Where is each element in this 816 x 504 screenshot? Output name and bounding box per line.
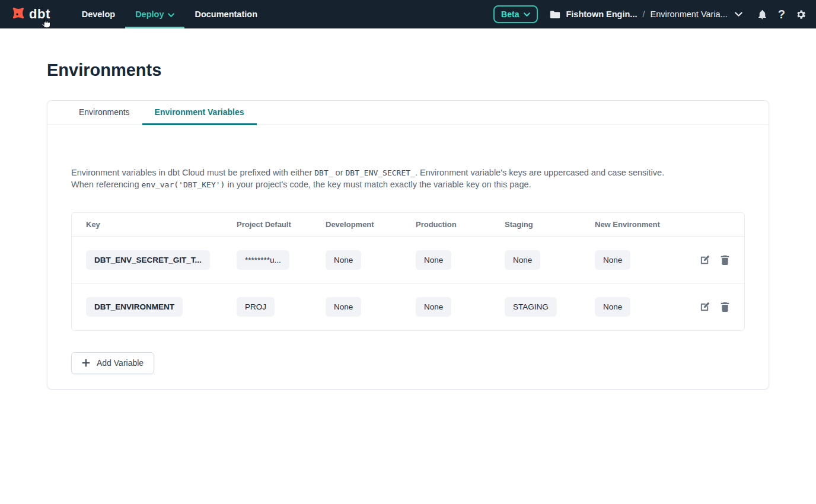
tab-environments[interactable]: Environments: [66, 101, 142, 125]
code-env-var-example: env_var('DBT_KEY'): [141, 180, 225, 189]
project-default-cell[interactable]: PROJ: [237, 297, 275, 317]
beta-selector[interactable]: Beta: [493, 5, 538, 23]
pencil-square-icon: [699, 254, 710, 266]
top-nav: dbt Develop Deploy Documentation Beta Fi…: [0, 0, 816, 28]
delete-variable-button[interactable]: [720, 254, 730, 266]
env-vars-table: Key Project Default Development Producti…: [71, 212, 745, 331]
col-header-development: Development: [326, 220, 416, 229]
chevron-down-icon[interactable]: [735, 12, 742, 17]
gear-icon[interactable]: [795, 9, 807, 20]
bell-icon[interactable]: [757, 9, 768, 20]
code-prefix-dbt: DBT_: [314, 168, 333, 177]
col-header-production: Production: [416, 220, 505, 229]
tab-environment-variables[interactable]: Environment Variables: [142, 101, 257, 125]
col-header-staging: Staging: [505, 220, 595, 229]
environments-card: Environments Environment Variables Envir…: [47, 100, 769, 390]
code-prefix-dbt-env-secret: DBT_ENV_SECRET_: [346, 168, 415, 177]
table-row: DBT_ENV_SECRET_GIT_T... ********u... Non…: [72, 237, 744, 283]
nav-item-develop[interactable]: Develop: [72, 0, 125, 28]
primary-nav: Develop Deploy Documentation: [72, 0, 267, 28]
table-header-row: Key Project Default Development Producti…: [72, 213, 744, 237]
page-title: Environments: [47, 60, 816, 80]
tab-panel-environment-variables: Environment variables in dbt Cloud must …: [47, 125, 769, 389]
edit-variable-button[interactable]: [699, 254, 710, 266]
chevron-down-icon: [524, 12, 530, 17]
env-var-key-cell[interactable]: DBT_ENV_SECRET_GIT_T...: [86, 250, 210, 270]
new-environment-cell[interactable]: None: [595, 297, 630, 317]
pencil-square-icon: [699, 301, 710, 312]
staging-cell[interactable]: STAGING: [505, 297, 557, 317]
env-var-key-cell[interactable]: DBT_ENVIRONMENT: [86, 297, 183, 317]
row-actions: [699, 301, 730, 312]
folder-icon: [550, 10, 560, 19]
help-icon[interactable]: ?: [778, 8, 785, 20]
nav-icon-group: ?: [757, 8, 807, 20]
nav-item-deploy[interactable]: Deploy: [125, 0, 184, 28]
add-variable-button[interactable]: Add Variable: [71, 352, 154, 374]
hand-pointer-cursor-icon: [39, 16, 51, 29]
project-default-cell[interactable]: ********u...: [237, 250, 289, 270]
trash-icon: [720, 254, 730, 266]
trash-icon: [720, 301, 730, 312]
col-header-project-default: Project Default: [237, 220, 326, 229]
col-header-key: Key: [86, 220, 237, 229]
breadcrumb-page[interactable]: Environment Varia...: [650, 9, 727, 19]
delete-variable-button[interactable]: [720, 301, 730, 312]
nav-item-documentation[interactable]: Documentation: [184, 0, 267, 28]
edit-variable-button[interactable]: [699, 301, 710, 312]
breadcrumb-project[interactable]: Fishtown Engin...: [566, 9, 637, 19]
production-cell[interactable]: None: [416, 297, 451, 317]
chevron-down-icon: [168, 13, 174, 17]
development-cell[interactable]: None: [326, 250, 361, 270]
col-header-new-environment: New Environment: [595, 220, 685, 229]
row-actions: [699, 254, 730, 266]
new-environment-cell[interactable]: None: [595, 250, 630, 270]
dbt-star-icon: [8, 5, 26, 23]
nav-right: Beta Fishtown Engin... / Environment Var…: [493, 0, 807, 28]
table-row: DBT_ENVIRONMENT PROJ None None STAGING N…: [72, 283, 744, 330]
breadcrumb-separator: /: [642, 9, 645, 19]
breadcrumb: Fishtown Engin... / Environment Varia...: [550, 9, 742, 19]
env-vars-description: Environment variables in dbt Cloud must …: [71, 167, 688, 191]
production-cell[interactable]: None: [416, 250, 451, 270]
staging-cell[interactable]: None: [505, 250, 540, 270]
plus-icon: [82, 359, 90, 367]
tab-bar: Environments Environment Variables: [47, 101, 769, 125]
development-cell[interactable]: None: [326, 297, 361, 317]
